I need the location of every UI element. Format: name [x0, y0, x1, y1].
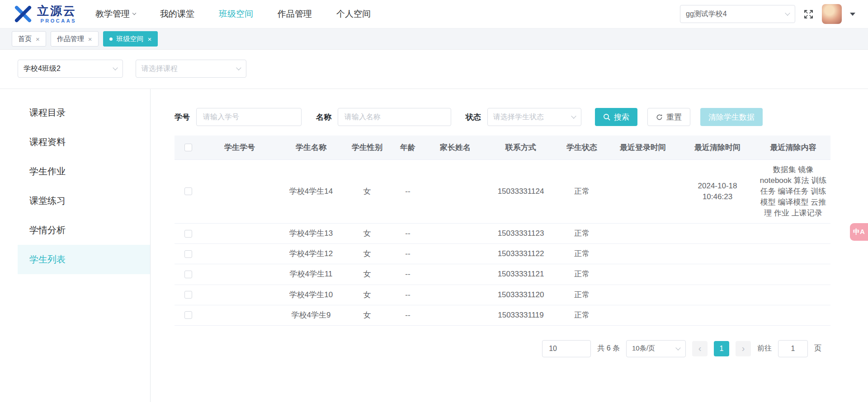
cell-phone: 15033331120: [485, 285, 557, 305]
course-select[interactable]: 请选择课程: [136, 60, 246, 78]
sidebar-item-label: 课程目录: [29, 107, 66, 119]
sidebar-item[interactable]: 课程资料: [18, 127, 150, 157]
nav-item[interactable]: 我的课堂: [160, 8, 194, 20]
data-table: 学生学号学生名称学生性别年龄家长姓名联系方式学生状态最近登录时间最近清除时间最近…: [175, 136, 830, 326]
sidebar-item-label: 课堂练习: [29, 195, 66, 207]
sidebar-item[interactable]: 学生作业: [18, 157, 150, 186]
goto-page-input[interactable]: [778, 340, 808, 357]
status-select-placeholder: 请选择学生状态: [493, 112, 544, 122]
close-icon[interactable]: ×: [148, 36, 152, 42]
top-navbar: 立源云 PROCAAS 教学管理我的课堂班级空间作品管理个人空间 gg测试学校4: [0, 0, 868, 28]
page-number-1[interactable]: 1: [714, 341, 729, 356]
ime-badge[interactable]: 中A: [850, 223, 868, 241]
sidebar-item[interactable]: 学生列表: [18, 245, 150, 274]
checkbox-header-cell: [175, 136, 202, 159]
row-checkbox[interactable]: [184, 230, 192, 238]
prev-page-button[interactable]: ‹: [692, 341, 708, 356]
name-input[interactable]: [338, 108, 451, 126]
cell-last_clear_content: [756, 285, 830, 305]
sidebar-item-label: 学生作业: [29, 165, 66, 178]
user-avatar[interactable]: [822, 4, 842, 24]
main-nav: 教学管理我的课堂班级空间作品管理个人空间: [95, 8, 395, 20]
class-select[interactable]: 学校4班级2: [18, 60, 123, 78]
school-select[interactable]: gg测试学校4: [680, 5, 795, 23]
cell-last_clear_time: [679, 285, 756, 305]
close-icon[interactable]: ×: [88, 36, 92, 42]
column-header: 学生学号: [202, 136, 278, 159]
table-row: 学校4学生13女--15033331123正常: [175, 224, 830, 244]
checkbox-cell: [175, 244, 202, 264]
tab[interactable]: 首页×: [12, 31, 46, 47]
cell-age: --: [390, 305, 426, 325]
clear-student-data-button[interactable]: 清除学生数据: [700, 108, 763, 126]
sidebar-item[interactable]: 课程目录: [18, 98, 150, 127]
row-checkbox[interactable]: [184, 187, 192, 195]
nav-item[interactable]: 班级空间: [219, 8, 253, 20]
cell-last_login: [607, 159, 679, 224]
goto-suffix: 页: [814, 344, 821, 353]
cell-last_login: [607, 264, 679, 285]
school-select-value: gg测试学校4: [686, 9, 727, 19]
cell-last_login: [607, 305, 679, 325]
cell-status: 正常: [557, 264, 607, 285]
sidebar-item-label: 学生列表: [29, 253, 66, 266]
table-row: 学校4学生12女--15033331122正常: [175, 244, 830, 264]
column-header: 家长姓名: [426, 136, 485, 159]
cell-parent: [426, 264, 485, 285]
nav-item-label: 班级空间: [219, 8, 253, 20]
column-header: 学生性别: [344, 136, 390, 159]
chevron-right-icon: ›: [742, 343, 745, 354]
chevron-down-icon: [785, 10, 790, 15]
page-size-input[interactable]: [542, 340, 591, 357]
column-header: 学生名称: [278, 136, 344, 159]
nav-item[interactable]: 教学管理: [95, 8, 136, 20]
checkbox-cell: [175, 224, 202, 244]
row-checkbox[interactable]: [184, 291, 192, 299]
row-checkbox[interactable]: [184, 250, 192, 258]
cell-name: 学校4学生11: [278, 264, 344, 285]
chevron-down-icon: [236, 65, 241, 70]
cell-last_clear_content: [756, 264, 830, 285]
select-all-checkbox[interactable]: [184, 144, 192, 151]
cell-name: 学校4学生14: [278, 159, 344, 224]
cell-phone: 15033331123: [485, 224, 557, 244]
cell-gender: 女: [344, 285, 390, 305]
row-checkbox[interactable]: [184, 311, 192, 319]
tab-bar: 首页×作品管理×班级空间×: [0, 28, 868, 50]
cell-age: --: [390, 264, 426, 285]
cell-phone: 15033331121: [485, 264, 557, 285]
cell-gender: 女: [344, 224, 390, 244]
tab-label: 作品管理: [57, 35, 84, 43]
tab[interactable]: 作品管理×: [51, 31, 99, 47]
row-checkbox[interactable]: [184, 271, 192, 278]
fullscreen-icon[interactable]: [803, 9, 814, 19]
cell-name: 学校4学生9: [278, 305, 344, 325]
checkbox-cell: [175, 264, 202, 285]
pagination: 共 6 条 10条/页 ‹ 1 › 前往 页: [175, 340, 830, 357]
status-select[interactable]: 请选择学生状态: [487, 108, 581, 126]
next-page-button[interactable]: ›: [736, 341, 751, 356]
ime-badge-label: 中A: [853, 228, 865, 236]
sidebar-item[interactable]: 学情分析: [18, 215, 150, 245]
checkbox-cell: [175, 305, 202, 325]
cell-name: 学校4学生10: [278, 285, 344, 305]
sidebar-item[interactable]: 课堂练习: [18, 186, 150, 215]
cell-student_no: [202, 244, 278, 264]
main-panel: 学号 名称 状态 请选择学生状态 搜索 重置 清除学: [175, 89, 830, 402]
chevron-down-icon: [571, 113, 576, 118]
reset-button[interactable]: 重置: [647, 108, 690, 126]
column-header: 最近清除时间: [679, 136, 756, 159]
sidebar-item-label: 课程资料: [29, 136, 66, 148]
app-logo[interactable]: 立源云 PROCAAS: [14, 5, 76, 23]
tab[interactable]: 班级空间×: [103, 31, 158, 47]
close-icon[interactable]: ×: [36, 36, 40, 42]
search-button[interactable]: 搜索: [595, 108, 637, 126]
student-no-input[interactable]: [196, 108, 302, 126]
course-select-placeholder: 请选择课程: [142, 64, 178, 74]
nav-item[interactable]: 个人空间: [336, 8, 371, 20]
cell-status: 正常: [557, 285, 607, 305]
page-size-select[interactable]: 10条/页: [626, 340, 686, 357]
user-menu-caret-icon[interactable]: [850, 13, 855, 16]
table-row: 学校4学生14女--15033331124正常2024-10-18 10:46:…: [175, 159, 830, 224]
nav-item[interactable]: 作品管理: [278, 8, 312, 20]
